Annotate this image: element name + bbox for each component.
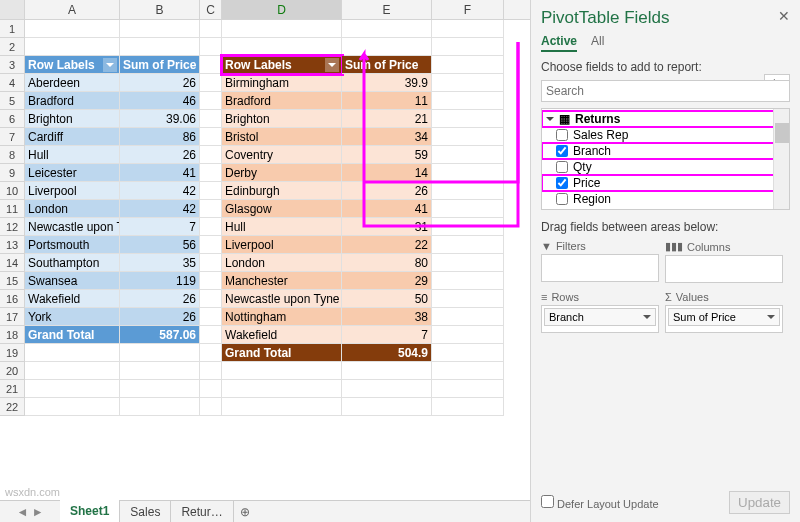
cell[interactable] (432, 110, 504, 128)
col-header-f[interactable]: F (432, 0, 504, 19)
cell[interactable] (432, 20, 504, 38)
cell[interactable]: York (25, 308, 120, 326)
cell[interactable]: 42 (120, 182, 200, 200)
row-header[interactable]: 17 (0, 308, 25, 326)
cell[interactable] (222, 20, 342, 38)
row-header[interactable]: 13 (0, 236, 25, 254)
cell[interactable]: Cardiff (25, 128, 120, 146)
row-header[interactable]: 10 (0, 182, 25, 200)
cell[interactable]: 38 (342, 308, 432, 326)
cell[interactable]: 504.9 (342, 344, 432, 362)
cell[interactable]: 31 (342, 218, 432, 236)
cell[interactable] (222, 380, 342, 398)
cell[interactable]: 587.06 (120, 326, 200, 344)
cell[interactable]: Row Labels (222, 56, 342, 74)
cell[interactable] (342, 38, 432, 56)
rows-area[interactable]: ≡Rows Branch (541, 289, 659, 333)
cell[interactable] (120, 380, 200, 398)
cell[interactable] (200, 38, 222, 56)
cell[interactable] (432, 308, 504, 326)
cell[interactable]: Bristol (222, 128, 342, 146)
cell[interactable] (120, 20, 200, 38)
cell[interactable]: Wakefield (222, 326, 342, 344)
cell[interactable] (432, 362, 504, 380)
tab-nav[interactable]: ◄ ► (0, 505, 60, 519)
row-header[interactable]: 11 (0, 200, 25, 218)
cell[interactable]: 11 (342, 92, 432, 110)
cell[interactable]: Brighton (222, 110, 342, 128)
add-sheet-button[interactable]: ⊕ (234, 505, 256, 519)
cell[interactable]: 42 (120, 200, 200, 218)
row-header[interactable]: 5 (0, 92, 25, 110)
cell[interactable]: 50 (342, 290, 432, 308)
cell[interactable] (200, 398, 222, 416)
pane-tab-all[interactable]: All (591, 34, 604, 52)
row-header[interactable]: 21 (0, 380, 25, 398)
select-all-corner[interactable] (0, 0, 25, 19)
cell[interactable]: Birmingham (222, 74, 342, 92)
cell[interactable]: 7 (120, 218, 200, 236)
row-header[interactable]: 16 (0, 290, 25, 308)
row-header[interactable]: 9 (0, 164, 25, 182)
cell[interactable] (25, 380, 120, 398)
cell[interactable]: 26 (120, 74, 200, 92)
cell[interactable] (432, 74, 504, 92)
row-header[interactable]: 20 (0, 362, 25, 380)
cell[interactable]: 41 (342, 200, 432, 218)
cell[interactable] (342, 380, 432, 398)
cell[interactable]: 14 (342, 164, 432, 182)
row-header[interactable]: 14 (0, 254, 25, 272)
row-header[interactable]: 22 (0, 398, 25, 416)
cell[interactable]: Manchester (222, 272, 342, 290)
field-sales-rep[interactable]: Sales Rep (542, 127, 789, 143)
field-group-returns[interactable]: ▦ Returns (542, 111, 789, 127)
tab-sales[interactable]: Sales (120, 501, 171, 523)
columns-area[interactable]: ▮▮▮Columns (665, 238, 783, 283)
cell[interactable]: 41 (120, 164, 200, 182)
cell[interactable] (432, 146, 504, 164)
cell[interactable] (432, 218, 504, 236)
cell[interactable]: 86 (120, 128, 200, 146)
cell[interactable] (200, 344, 222, 362)
cell[interactable] (25, 398, 120, 416)
cell[interactable] (200, 272, 222, 290)
values-chip-sum[interactable]: Sum of Price (668, 308, 780, 326)
cell[interactable]: Nottingham (222, 308, 342, 326)
field-branch[interactable]: Branch (542, 143, 789, 159)
cell[interactable]: Grand Total (222, 344, 342, 362)
cell[interactable] (222, 38, 342, 56)
cell[interactable]: 34 (342, 128, 432, 146)
cell[interactable] (200, 20, 222, 38)
cell[interactable]: Glasgow (222, 200, 342, 218)
cell[interactable]: Derby (222, 164, 342, 182)
cell[interactable] (200, 290, 222, 308)
cell[interactable] (25, 38, 120, 56)
cell[interactable] (25, 20, 120, 38)
cell[interactable] (120, 362, 200, 380)
close-icon[interactable]: ✕ (778, 8, 790, 24)
cell[interactable] (432, 56, 504, 74)
field-list[interactable]: ▦ Returns Sales Rep Branch Qty Price Reg… (541, 108, 790, 210)
cell[interactable]: 21 (342, 110, 432, 128)
cell[interactable]: Aberdeen (25, 74, 120, 92)
row-header[interactable]: 18 (0, 326, 25, 344)
cell[interactable] (200, 380, 222, 398)
cell[interactable] (432, 182, 504, 200)
cell[interactable] (432, 380, 504, 398)
cell[interactable]: 35 (120, 254, 200, 272)
cell[interactable]: 26 (120, 146, 200, 164)
cell[interactable]: 39.9 (342, 74, 432, 92)
cell[interactable] (200, 146, 222, 164)
cell[interactable] (200, 362, 222, 380)
cell[interactable] (200, 74, 222, 92)
cell[interactable]: Wakefield (25, 290, 120, 308)
defer-checkbox[interactable]: Defer Layout Update (541, 495, 659, 510)
cell[interactable] (200, 236, 222, 254)
cell[interactable]: Sum of Price (342, 56, 432, 74)
chevron-down-icon[interactable] (325, 58, 339, 72)
row-header[interactable]: 19 (0, 344, 25, 362)
col-header-b[interactable]: B (120, 0, 200, 19)
cell[interactable] (200, 92, 222, 110)
cell[interactable]: Sum of Price (120, 56, 200, 74)
cell[interactable]: Hull (222, 218, 342, 236)
